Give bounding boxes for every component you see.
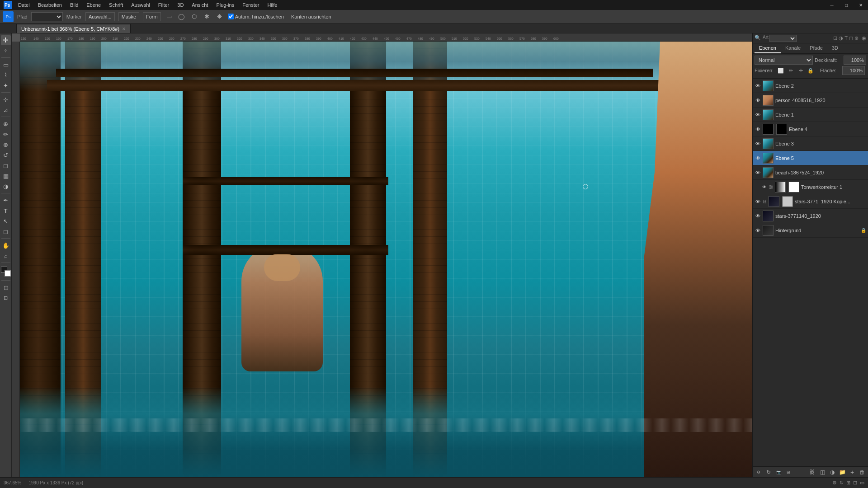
clone-stamp-tool[interactable]: ⊛ [1, 140, 11, 150]
status-grid-icon[interactable]: ⊞ [846, 480, 850, 486]
custom-shape-tool-icon[interactable]: ❋ [215, 12, 224, 21]
ellipse-tool-icon[interactable]: ◯ [177, 12, 186, 21]
eraser-tool[interactable]: ◻ [1, 160, 11, 170]
layer-item-person[interactable]: 👁 person-4008516_1920 [753, 93, 868, 108]
status-screen-icon[interactable]: ▭ [860, 480, 864, 486]
filter-adjust-icon[interactable]: ◑ [839, 35, 843, 41]
menu-item-bild[interactable]: Bild [66, 1, 82, 9]
layer-item-ebene4[interactable]: 👁 Ebene 4 [753, 122, 868, 136]
filter-shape-icon[interactable]: ◻ [849, 35, 853, 41]
app-icon[interactable]: Ps [2, 0, 14, 9]
menu-item-plugins[interactable]: Plug-ins [212, 1, 238, 9]
layer-item-ebene2[interactable]: 👁 Ebene 2 [753, 79, 868, 93]
layer-item-hintergrund[interactable]: 👁 Hintergrund 🔒 [753, 223, 868, 238]
shape-tool[interactable]: ◻ [1, 226, 11, 236]
opacity-input[interactable] [844, 56, 866, 65]
status-settings-icon[interactable]: ⚙ [832, 480, 837, 486]
lock-position-icon[interactable]: ✛ [797, 66, 805, 75]
visibility-toggle-stars[interactable]: 👁 [755, 213, 761, 219]
add-adjustment-button[interactable]: ◑ [828, 468, 836, 476]
history-brush-tool[interactable]: ↺ [1, 150, 11, 160]
lock-all-icon[interactable]: 🔒 [807, 66, 815, 75]
artboard-tool[interactable]: ⊹ [1, 46, 11, 56]
zoom-tool[interactable]: ⌕ [1, 251, 11, 261]
menu-item-hilfe[interactable]: Hilfe [264, 1, 281, 9]
add-layer-button[interactable]: + [848, 468, 856, 476]
move-tool[interactable]: ✛ [1, 35, 11, 45]
background-color[interactable] [5, 270, 11, 277]
search-icon[interactable]: 🔍 [755, 35, 761, 42]
layer-item-beach[interactable]: 👁 beach-1867524_1920 [753, 165, 868, 180]
gradient-tool[interactable]: ▦ [1, 171, 11, 181]
visibility-toggle-person[interactable]: 👁 [755, 97, 761, 103]
close-button[interactable]: ✕ [854, 0, 868, 10]
crop-tool[interactable]: ⊹ [1, 94, 11, 104]
auto-add-checkbox-wrap[interactable]: Autom. hinzu./löschen [228, 14, 284, 19]
visibility-toggle-ebene4[interactable]: 👁 [755, 126, 761, 132]
link-layers-button[interactable]: ⛓ [808, 468, 816, 476]
spot-heal-tool[interactable]: ⊕ [1, 119, 11, 129]
visibility-toggle-ebene1[interactable]: 👁 [755, 112, 761, 118]
tab-3d[interactable]: 3D [827, 43, 843, 53]
menu-item-fenster[interactable]: Fenster [239, 1, 263, 9]
align-edges-wrap[interactable]: Kanten ausrichten [291, 14, 331, 19]
layer-filter-toggle[interactable]: ◉ [862, 35, 866, 41]
polygon-tool-icon[interactable]: ⬡ [190, 12, 199, 21]
form-button[interactable]: Form [143, 12, 161, 21]
menu-item-ebene[interactable]: Ebene [83, 1, 104, 9]
visibility-toggle-ebene5[interactable]: 👁 [755, 155, 761, 161]
menu-item-filter[interactable]: Filter [155, 1, 173, 9]
lock-paint-icon[interactable]: ✏ [787, 66, 795, 75]
canvas-area[interactable]: 130 140 150 160 170 180 190 200 210 220 … [12, 33, 752, 477]
minimize-button[interactable]: ─ [825, 0, 839, 10]
lock-transparent-icon[interactable]: ⬜ [777, 66, 785, 75]
layer-chain-stars-copy[interactable]: ⛓ [763, 199, 767, 204]
layer-item-ebene5[interactable]: 👁 Ebene 5 [753, 151, 868, 165]
layer-item-ebene3[interactable]: 👁 Ebene 3 [753, 136, 868, 151]
auto-add-checkbox[interactable] [228, 14, 234, 19]
rectangular-marquee-tool[interactable]: ▭ [1, 60, 11, 70]
layer-item-stars[interactable]: 👁 stars-3771140_1920 [753, 209, 868, 223]
menu-item-3d[interactable]: 3D [174, 1, 187, 9]
quick-mask-mode[interactable]: ◫ [1, 282, 11, 292]
add-mask-button[interactable]: ◫ [818, 468, 826, 476]
visibility-toggle-tonwert[interactable]: 👁 [761, 184, 767, 190]
filter-type-icon[interactable]: T [844, 35, 848, 41]
menu-item-datei[interactable]: Datei [14, 1, 33, 9]
hand-tool[interactable]: ✋ [1, 240, 11, 250]
add-group-button[interactable]: 📁 [838, 468, 846, 476]
foreground-background-colors[interactable] [1, 267, 11, 277]
tool-preset-picker[interactable]: Ps [3, 11, 14, 22]
menu-item-bearbeiten[interactable]: Bearbeiten [34, 1, 66, 9]
delete-layer-button[interactable]: 🗑 [858, 468, 866, 476]
menu-item-schrift[interactable]: Schrift [105, 1, 127, 9]
star-tool-icon[interactable]: ✱ [203, 12, 212, 21]
status-layout-icon[interactable]: ⊡ [853, 480, 857, 486]
screen-mode[interactable]: ⊡ [1, 293, 11, 303]
rectangle-tool-icon[interactable]: ▭ [165, 12, 174, 21]
layer-refresh-icon[interactable]: ↻ [764, 468, 773, 476]
tab-kanaele[interactable]: Kanäle [781, 43, 805, 53]
filter-pixel-icon[interactable]: ⊡ [833, 35, 837, 41]
layer-chain-tonwert[interactable]: ⛓ [769, 185, 773, 189]
pen-tool[interactable]: ✒ [1, 195, 11, 205]
eyedropper-tool[interactable]: ⊿ [1, 105, 11, 115]
menu-item-auswahl[interactable]: Auswahl [127, 1, 154, 9]
tab-pfade[interactable]: Pfade [805, 43, 827, 53]
document-tab[interactable]: Unbenannt-1 bei 368% (Ebene 5, CMYK/8#) … [16, 24, 131, 33]
deselect-button[interactable]: Auswahl... [85, 12, 115, 21]
layer-item-tonwert[interactable]: 👁 ⛓ Tonwertkorrektur 1 [753, 180, 868, 194]
tab-close-icon[interactable]: ✕ [122, 27, 126, 31]
type-tool[interactable]: T [1, 206, 11, 216]
visibility-toggle-beach[interactable]: 👁 [755, 169, 761, 176]
maximize-button[interactable]: □ [839, 0, 854, 10]
visibility-toggle-stars-copy[interactable]: 👁 [755, 198, 761, 205]
mask-button[interactable]: Maske [118, 12, 139, 21]
fill-input[interactable] [842, 66, 865, 75]
layer-item-stars-copy[interactable]: 👁 ⛓ stars-3771_1920 Kopie... [753, 194, 868, 209]
visibility-toggle-ebene3[interactable]: 👁 [755, 141, 761, 147]
quick-selection-tool[interactable]: ✦ [1, 80, 11, 90]
visibility-toggle-hintergrund[interactable]: 👁 [755, 227, 761, 234]
lasso-tool[interactable]: ⌇ [1, 70, 11, 80]
path-selection-tool[interactable]: ↖ [1, 216, 11, 226]
